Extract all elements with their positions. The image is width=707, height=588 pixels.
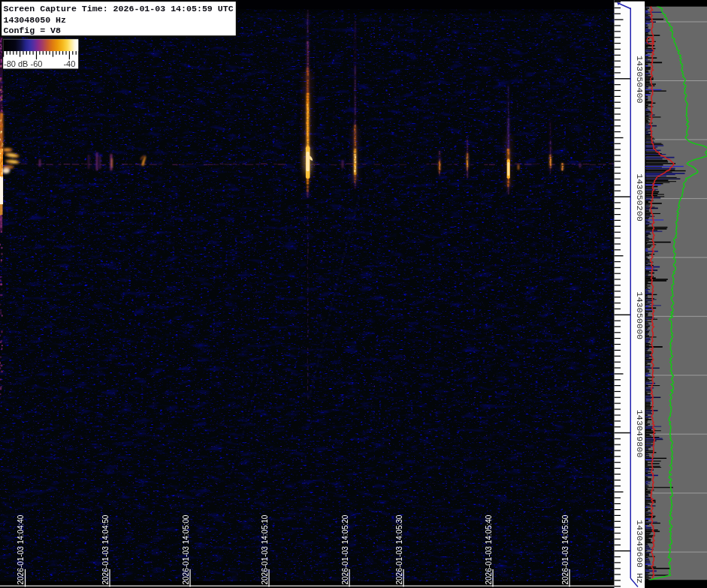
svg-text:2026-01-03 14:04:50: 2026-01-03 14:04:50: [101, 514, 110, 584]
svg-text:2026-01-03 14:05:40: 2026-01-03 14:05:40: [485, 514, 493, 584]
svg-text:2026-01-03 14:05:20: 2026-01-03 14:05:20: [341, 514, 349, 584]
svg-text:143050200: 143050200: [634, 173, 645, 222]
svg-text:Config = V8: Config = V8: [4, 26, 62, 35]
svg-text:Screen Capture Time: 2026-01-0: Screen Capture Time: 2026-01-03 14:05:59…: [4, 4, 234, 14]
svg-text:143050000: 143050000: [634, 291, 645, 339]
svg-text:-60: -60: [31, 59, 43, 68]
svg-text:2026-01-03 14:04:40: 2026-01-03 14:04:40: [17, 514, 25, 584]
svg-text:2026-01-03 14:05:00: 2026-01-03 14:05:00: [182, 514, 190, 584]
svg-text:2026-01-03 14:05:50: 2026-01-03 14:05:50: [561, 514, 570, 584]
svg-text:-40: -40: [63, 59, 75, 68]
svg-text:-80 dB: -80 dB: [4, 59, 28, 68]
svg-text:143050400: 143050400: [634, 56, 645, 104]
svg-text:2026-01-03 14:05:30: 2026-01-03 14:05:30: [395, 514, 403, 584]
svg-text:2026-01-03 14:05:10: 2026-01-03 14:05:10: [261, 514, 269, 584]
svg-text:143049800: 143049800: [634, 410, 645, 458]
svg-text:143049600 Hz: 143049600 Hz: [634, 520, 645, 583]
svg-text:143048050 Hz: 143048050 Hz: [4, 15, 67, 25]
